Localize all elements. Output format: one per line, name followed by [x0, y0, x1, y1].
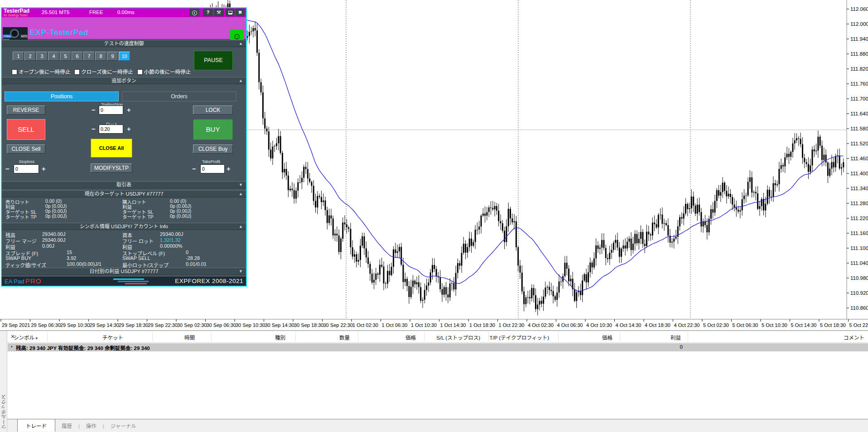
stat-row: 利益0.00J利益0.00000% [2, 243, 246, 249]
footer-logo-bar-cyan [113, 278, 144, 280]
speed-button-6[interactable]: 6 [72, 52, 83, 61]
time-axis-label: 1 Oct 10:30 [411, 322, 437, 328]
trailing-plus-button[interactable]: + [127, 107, 131, 113]
column-header-4[interactable]: 数量 [273, 334, 350, 341]
speed-button-8[interactable]: 8 [95, 52, 106, 61]
speed-button-2[interactable]: 2 [24, 52, 36, 61]
pause-button[interactable]: PAUSE [194, 51, 233, 70]
version-label: 25.501 MT5 [42, 10, 69, 15]
column-header-8[interactable]: 価格 [535, 334, 612, 341]
time-axis-label: 30 Sep 14:30 [265, 322, 294, 328]
takeprofit-input[interactable] [200, 164, 225, 173]
expand-arrow-icon[interactable]: ▼ [239, 268, 243, 275]
lot-input[interactable] [99, 125, 123, 134]
toolbox-tab-bar: トレード履歴|操作|ジャーナル [7, 419, 868, 432]
speed-button-9[interactable]: 9 [107, 52, 118, 61]
checkbox-icon[interactable] [137, 69, 143, 75]
speed-button-4[interactable]: 4 [48, 52, 59, 61]
toolbox-tab-2[interactable]: 操作 [80, 419, 103, 429]
lock-button[interactable]: LOCK [193, 106, 233, 115]
column-header-6[interactable]: S/L (ストップロス) [403, 334, 480, 341]
reverse-button[interactable]: REVERSE [7, 106, 45, 115]
checkbox-icon[interactable] [74, 69, 80, 75]
toolbox-panel: ツールボックス ✕ シンボル ▾チケット時間種別数量価格S/L (ストップロス)… [0, 330, 868, 432]
time-axis-label: 29 Sep 18:30 [119, 322, 148, 328]
trailing-input[interactable] [99, 106, 123, 115]
stat-row: スプレッド (F)15ストップレベル (F)0 [2, 250, 246, 255]
modify-sltp-button[interactable]: MODIFYSLTP [91, 163, 132, 173]
sell-button[interactable]: SELL [7, 119, 45, 140]
pause-checkbox-0[interactable]: オープン後に一時停止 [12, 67, 70, 76]
tools-icon[interactable]: ⚒ [214, 9, 224, 16]
tab-orders[interactable]: Orders [122, 91, 236, 101]
speed-button-3[interactable]: 3 [36, 52, 48, 61]
column-header-2[interactable]: 時間 [118, 334, 195, 341]
column-header-0[interactable]: シンボル ▾ [14, 334, 38, 341]
license-label: FREE [89, 10, 103, 15]
close-buy-button[interactable]: CLOSE Buy [193, 144, 233, 154]
collapse-arrow-icon[interactable]: ▲ [239, 191, 243, 197]
pause-checkbox-2[interactable]: 小節の後に一時停止 [137, 67, 191, 76]
toolbox-sidebar[interactable]: ツールボックス [0, 331, 7, 432]
candles [208, 0, 844, 316]
chevron-down-icon[interactable]: ▾ [34, 336, 38, 341]
stat-cell: 29340.00J [42, 231, 65, 237]
checkbox-label: クローズ後に一時停止 [81, 69, 133, 75]
section-speed-header[interactable]: テストの速度制御 ▲ [2, 40, 246, 47]
checkbox-icon[interactable] [12, 69, 17, 75]
info-icon[interactable]: i [189, 9, 199, 16]
takeprofit-plus-button[interactable]: + [227, 166, 231, 172]
lot-minus-button[interactable]: − [92, 126, 96, 132]
tab-positions[interactable]: Positions [5, 91, 119, 101]
stoploss-plus-button[interactable]: + [42, 166, 46, 172]
section-target-header[interactable]: 現在のターゲット USDJPY #77777 ▲ [2, 190, 246, 197]
minimize-icon[interactable] [226, 9, 235, 16]
price-axis-label: 111.220 [850, 216, 868, 221]
takeprofit-minus-button[interactable]: − [192, 166, 196, 172]
toolbox-tab-0[interactable]: トレード [17, 419, 55, 432]
stat-cell: ターゲット TP [122, 213, 154, 220]
stoploss-label: Stoploss [6, 159, 47, 164]
trades-table-body[interactable] [8, 351, 868, 420]
target-stats-table: 売りロット0.00 (0)購入ロット0.00 (0)利益0p (0.00J)利益… [2, 198, 246, 218]
close-icon[interactable]: ✖ [236, 9, 245, 16]
speed-button-5[interactable]: 5 [60, 52, 71, 61]
balance-row[interactable]: • 残高: 29 340 JPY 有効証拠金: 29 340 余剰証拠金: 29… [8, 343, 868, 351]
price-axis-label: 111.460 [850, 156, 868, 161]
section-symbol-header[interactable]: シンボル情報 USDJPY/ アカウント Info ▲ [2, 223, 246, 230]
time-axis-label: 1 Oct 06:30 [382, 322, 408, 328]
expand-arrow-icon[interactable]: ▼ [239, 182, 243, 188]
checkbox-label: 小節の後に一時停止 [144, 69, 191, 75]
section-extra-header[interactable]: 追加ボタン ▲ [2, 77, 246, 84]
stat-row: フリー マージ29340.00Jフリー ロット1.32/1.32 [2, 237, 246, 243]
stoploss-minus-button[interactable]: − [5, 166, 10, 172]
time-axis-label: 30 Sep 22:30 [323, 322, 353, 328]
speed-button-10[interactable]: 10 [119, 52, 130, 61]
balance-profit-value: 0 [610, 344, 683, 350]
column-header-10[interactable]: コメント [787, 334, 864, 341]
toolbox-tab-3[interactable]: ジャーナル [104, 419, 143, 429]
toolbox-tab-1[interactable]: 履歴 [55, 419, 78, 429]
close-all-button[interactable]: CLOSE All [91, 139, 132, 158]
help-icon[interactable]: ? [203, 9, 213, 16]
toolbox-sidebar-label: ツールボックス [0, 394, 8, 429]
speed-button-1[interactable]: 1 [13, 52, 24, 61]
time-axis-label: 4 Oct 02:30 [528, 322, 554, 328]
collapse-arrow-icon[interactable]: ▲ [239, 40, 243, 47]
time-axis-label: 4 Oct 22:30 [674, 322, 700, 328]
buy-button[interactable]: BUY [193, 119, 233, 140]
close-sell-button[interactable]: CLOSE Sell [7, 144, 45, 154]
speed-button-7[interactable]: 7 [83, 52, 95, 61]
trailing-minus-button[interactable]: − [92, 107, 96, 113]
collapse-arrow-icon[interactable]: ▲ [239, 223, 243, 230]
brand-pro: PRO [25, 277, 42, 285]
trades-table-header: ✕ シンボル ▾チケット時間種別数量価格S/L (ストップロス)T/P (テイク… [8, 331, 868, 343]
collapse-arrow-icon[interactable]: ▲ [239, 77, 243, 84]
panel-titlebar[interactable]: TesterPad for Strategy Tester 25.501 MT5… [2, 8, 246, 17]
column-header-9[interactable]: 利益 [604, 334, 681, 341]
stoploss-input[interactable] [14, 164, 39, 173]
lot-plus-button[interactable]: + [127, 126, 131, 132]
pause-checkbox-1[interactable]: クローズ後に一時停止 [74, 67, 133, 76]
section-daily-header[interactable]: 日付別の利益 USDJPY #77777 ▼ [2, 268, 246, 275]
section-trades-header[interactable]: 取引表 ▼ [2, 181, 246, 188]
